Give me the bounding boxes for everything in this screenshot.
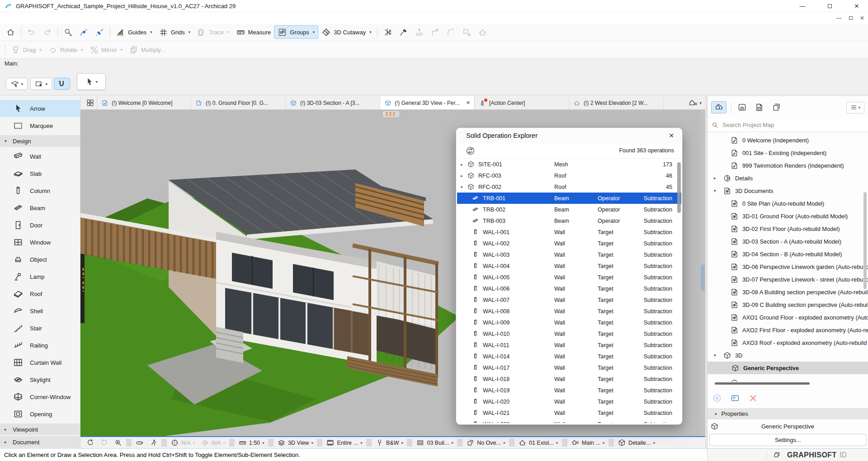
operation-row[interactable]: WAL-I-004 Wall Target Subtraction [457, 260, 681, 272]
operation-row[interactable]: WAL-I-003 Wall Target Subtraction [457, 249, 681, 260]
toolbar-button[interactable] [411, 25, 427, 39]
collapsed-palette-handle[interactable] [382, 111, 400, 118]
dialog-header[interactable]: Solid Operation Explorer ✕ [456, 128, 682, 143]
quad-view-button[interactable] [83, 96, 97, 109]
view-tab[interactable]: (!) Welcome [0 Welcome] [97, 96, 191, 109]
toolbar-button[interactable]: Guides [113, 25, 156, 39]
view-tab[interactable]: (!) 0. Ground Floor [0. G... [191, 96, 286, 109]
main-tool-button[interactable] [6, 78, 28, 90]
document-window-controls[interactable]: — ✕ [836, 12, 864, 24]
operation-row[interactable]: WAL-I-014 Wall Target Subtraction [457, 351, 681, 362]
view-tab[interactable]: (!) General 3D View - Per... ✕ [380, 96, 475, 109]
quick-option-button[interactable] [126, 439, 132, 447]
quick-option-button[interactable]: B&W [373, 438, 406, 447]
operation-row[interactable]: WAL-I-010 Wall Target Subtraction [457, 328, 681, 339]
viewport-scrollbar-thumb[interactable] [701, 264, 705, 291]
minimize-button[interactable]: — [792, 0, 813, 12]
quick-option-button[interactable] [268, 439, 274, 447]
quick-option-button[interactable] [97, 438, 111, 447]
operation-row[interactable]: WAL-I-020 Wall Target Subtraction [457, 396, 681, 407]
tree-item[interactable]: 3D-02 First Floor (Auto-rebuild Model) [708, 222, 868, 235]
toolbar-button[interactable]: Groups [274, 25, 318, 39]
properties-section-header[interactable]: ▾ Properties [708, 408, 868, 419]
quick-option-button[interactable] [132, 438, 146, 447]
panel-resize-handle[interactable] [715, 382, 810, 385]
doc-close-button[interactable]: ✕ [860, 15, 864, 21]
quick-option-button[interactable]: No Ove... [463, 438, 508, 447]
tree-item[interactable]: 3D-06 Perspective Linework garden (Auto-… [708, 260, 868, 273]
operation-row[interactable]: WAL-I-017 Wall Target Subtraction [457, 362, 681, 373]
toolbox-item[interactable]: ▸ Document [0, 436, 80, 448]
quick-option-button[interactable] [83, 438, 97, 447]
operation-row[interactable]: ▾ RFC-002 Roof 45 [457, 181, 681, 193]
menu-item[interactable] [48, 12, 57, 24]
main-tool-button[interactable] [77, 73, 106, 90]
view-tab[interactable]: (!) 2 West Elevation [2 W... [569, 96, 664, 109]
tree-item[interactable]: AXO1 Ground Floor - exploded axonometry … [708, 311, 868, 324]
operation-row[interactable]: WAL-I-018 Wall Target Subtraction [457, 373, 681, 385]
toolbar-button[interactable] [57, 27, 58, 38]
expand-chevron-icon[interactable]: ▾ [461, 185, 467, 189]
tree-item[interactable]: 0 Welcome (Independent) [708, 134, 868, 146]
operation-row[interactable]: WAL-I-019 Wall Target Subtraction [457, 385, 681, 396]
operation-row[interactable]: ▸ RFC-003 Roof 46 [457, 170, 681, 181]
quick-option-button[interactable] [609, 439, 614, 447]
operation-row[interactable]: TRB-001 Beam Operator Subtraction [457, 193, 681, 204]
toolbar-button[interactable] [24, 25, 39, 39]
refresh-icon[interactable] [465, 146, 476, 156]
navigator-action-button[interactable] [748, 393, 758, 405]
quick-option-button[interactable] [111, 438, 125, 447]
quick-option-button[interactable] [366, 439, 372, 447]
tree-item[interactable]: 999 Twinmotion Renders (Independent) [708, 159, 868, 172]
toolbar-button[interactable]: 3D Cutaway [318, 25, 374, 39]
tree-item[interactable]: 3D-03 Section - A (Auto-rebuild Model) [708, 235, 868, 248]
toolbox-item[interactable]: Marquee [0, 117, 80, 134]
view-tab[interactable]: [Action Center] [475, 96, 569, 109]
toolbox-item[interactable]: Door [0, 216, 80, 234]
toolbar-button[interactable] [377, 27, 377, 38]
operation-row[interactable]: WAL-I-007 Wall Target Subtraction [457, 294, 681, 306]
quick-option-button[interactable]: N/A [168, 438, 198, 447]
operation-row[interactable]: ▸ SITE-001 Mesh 173 [457, 159, 681, 170]
toolbox-item[interactable]: Slab [0, 165, 80, 182]
tree-scrollbar-thumb[interactable] [863, 192, 867, 289]
tree-item[interactable]: 3D-08 A Building section perspective (Au… [708, 286, 868, 298]
maximize-button[interactable] [819, 0, 840, 12]
toolbar-button[interactable] [3, 25, 19, 39]
toolbar-button[interactable]: Measure [233, 25, 274, 39]
toolbox-item[interactable]: Corner-Window [0, 388, 80, 405]
doc-restore-button[interactable] [849, 16, 853, 20]
toolbar-button[interactable] [60, 25, 76, 39]
doc-minimize-button[interactable]: — [836, 15, 842, 21]
search-input[interactable] [722, 122, 840, 128]
toolbox-item[interactable]: Wall [0, 148, 80, 165]
toolbox-item[interactable]: Opening [0, 405, 80, 423]
tree-item[interactable]: ▸ Details [708, 172, 868, 184]
quick-option-button[interactable] [457, 439, 462, 447]
tree-chevron-icon[interactable]: ▾ [714, 353, 723, 358]
menu-item[interactable] [66, 12, 75, 24]
toolbox-item[interactable]: Beam [0, 199, 80, 216]
toolbar-button[interactable] [21, 27, 21, 38]
tree-chevron-icon[interactable]: ▾ [714, 188, 723, 193]
tab-overflow-button[interactable] [688, 96, 702, 109]
quick-option-button[interactable]: Entire ... [323, 438, 365, 447]
operation-row[interactable]: WAL-I-001 Wall Target Subtraction [457, 226, 681, 238]
operation-row[interactable]: TRB-003 Beam Operator Subtraction [457, 215, 681, 226]
quick-option-button[interactable]: 03 Buil... [413, 438, 456, 447]
toolbox-item[interactable]: Object [0, 251, 80, 268]
navigator-menu-button[interactable] [846, 102, 864, 113]
operation-row[interactable]: WAL-I-006 Wall Target Subtraction [457, 283, 681, 294]
tree-item[interactable]: AXO2 First Floor - exploded axonometry (… [708, 324, 868, 336]
main-tool-button[interactable] [54, 78, 70, 90]
windows-stack-icon[interactable] [772, 451, 781, 459]
toolbox-item[interactable]: Skylight [0, 371, 80, 388]
toolbox-item[interactable]: Railing [0, 337, 80, 354]
tree-item[interactable]: 3D-09 C Building section perspective (Au… [708, 298, 868, 311]
quick-option-button[interactable]: 01 Exist... [515, 438, 561, 447]
toolbox-item[interactable]: Curtain Wall [0, 354, 80, 371]
settings-button[interactable]: Settings... [709, 434, 867, 446]
expand-chevron-icon[interactable]: ▸ [461, 162, 467, 167]
main-tool-button[interactable] [30, 78, 52, 90]
toolbar-button[interactable] [380, 25, 396, 39]
